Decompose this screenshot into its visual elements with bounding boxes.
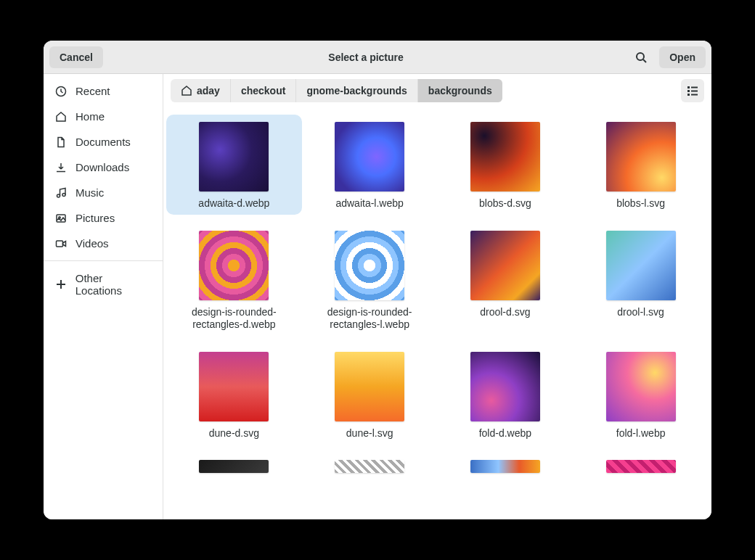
file-item[interactable]: dune-l.svg [302, 345, 438, 445]
window-title: Select a picture [109, 52, 623, 63]
file-label: dune-l.svg [346, 427, 393, 440]
file-thumbnail [335, 352, 404, 421]
file-item[interactable]: design-is-rounded-rectangles-d.webp [166, 223, 302, 336]
svg-rect-11 [691, 87, 698, 88]
file-item[interactable]: fold-l.webp [573, 345, 709, 445]
file-item[interactable]: drool-l.svg [573, 223, 709, 336]
file-item[interactable]: blobs-l.svg [573, 115, 709, 215]
file-thumbnail [335, 231, 404, 300]
open-button[interactable]: Open [659, 46, 706, 68]
svg-rect-12 [687, 90, 690, 92]
file-item[interactable]: blobs-d.svg [438, 115, 574, 215]
breadcrumb: adaycheckoutgnome-backgroundsbackgrounds [171, 79, 502, 102]
file-thumbnail [335, 460, 404, 473]
file-item[interactable] [438, 453, 574, 477]
svg-rect-7 [57, 241, 63, 247]
file-thumbnail [606, 460, 676, 473]
svg-rect-10 [687, 86, 690, 88]
file-label: drool-l.svg [617, 306, 664, 319]
file-thumbnail [199, 122, 269, 192]
sidebar-item-recent[interactable]: Recent [44, 78, 163, 104]
file-item[interactable]: drool-d.svg [438, 223, 574, 336]
document-icon [55, 136, 67, 148]
file-thumbnail [606, 231, 676, 300]
file-item[interactable] [573, 453, 709, 477]
video-icon [55, 238, 67, 250]
sidebar-item-label: Videos [76, 237, 109, 250]
file-label: adwaita-d.webp [198, 197, 269, 210]
file-item[interactable]: design-is-rounded-rectangles-l.webp [302, 223, 438, 336]
file-item[interactable] [166, 453, 302, 477]
sidebar-item-home[interactable]: Home [44, 104, 163, 129]
sidebar-item-downloads[interactable]: Downloads [44, 155, 163, 180]
file-thumbnail [199, 231, 269, 300]
file-thumbnail [470, 122, 540, 192]
plus-icon [55, 279, 67, 290]
breadcrumb-item[interactable]: gnome-backgrounds [296, 79, 417, 102]
clock-icon [55, 86, 67, 97]
file-thumbnail [470, 352, 540, 421]
svg-point-0 [637, 53, 644, 60]
svg-rect-13 [691, 91, 698, 92]
search-button[interactable] [629, 45, 653, 70]
sidebar-item-documents[interactable]: Documents [44, 129, 163, 155]
file-thumbnail [335, 122, 404, 192]
home-icon [181, 85, 192, 96]
sidebar-item-label: Pictures [76, 212, 115, 224]
file-item[interactable]: dune-d.svg [166, 345, 302, 445]
main-panel: adaycheckoutgnome-backgroundsbackgrounds… [163, 74, 711, 519]
music-icon [55, 187, 67, 199]
sidebar-item-label: Music [76, 186, 104, 199]
breadcrumb-label: aday [197, 85, 220, 96]
file-chooser-window: Cancel Select a picture Open RecentHomeD… [44, 41, 711, 519]
sidebar-item-label: Recent [76, 85, 110, 97]
sidebar-item-label: Downloads [76, 161, 129, 173]
file-grid: adwaita-d.webpadwaita-l.webpblobs-d.svgb… [166, 115, 709, 477]
sidebar-item-label: Home [76, 110, 105, 123]
download-icon [55, 162, 67, 173]
list-view-icon [687, 85, 698, 96]
file-label: design-is-rounded-rectangles-l.webp [319, 306, 420, 332]
sidebar-separator [44, 260, 163, 261]
cancel-button[interactable]: Cancel [49, 46, 103, 68]
file-grid-scroll[interactable]: adwaita-d.webpadwaita-l.webpblobs-d.svgb… [163, 107, 711, 519]
breadcrumb-label: checkout [241, 85, 285, 96]
file-thumbnail [470, 231, 540, 300]
search-icon [635, 52, 647, 63]
sidebar-item-music[interactable]: Music [44, 180, 163, 205]
svg-line-1 [643, 59, 646, 62]
sidebar-item-videos[interactable]: Videos [44, 231, 163, 256]
titlebar: Cancel Select a picture Open [44, 41, 711, 74]
file-item[interactable] [302, 453, 438, 477]
file-item[interactable]: adwaita-d.webp [166, 115, 302, 215]
sidebar-item-label: Documents [76, 136, 131, 148]
file-label: design-is-rounded-rectangles-d.webp [183, 306, 285, 332]
file-item[interactable]: adwaita-l.webp [302, 115, 438, 215]
view-toggle-button[interactable] [681, 79, 704, 102]
sidebar-item-other-locations[interactable]: Other Locations [44, 265, 163, 303]
breadcrumb-item[interactable]: aday [171, 79, 231, 102]
file-label: dune-d.svg [209, 427, 259, 440]
file-label: adwaita-l.webp [335, 197, 403, 210]
path-toolbar: adaycheckoutgnome-backgroundsbackgrounds [163, 74, 711, 107]
file-thumbnail [199, 460, 269, 473]
file-thumbnail [606, 122, 676, 192]
file-item[interactable]: fold-d.webp [438, 345, 574, 445]
file-thumbnail [199, 352, 269, 421]
file-thumbnail [470, 460, 540, 473]
sidebar-item-label: Other Locations [76, 272, 151, 297]
file-label: blobs-l.svg [616, 197, 665, 210]
file-label: fold-d.webp [479, 427, 531, 440]
breadcrumb-item[interactable]: backgrounds [418, 79, 502, 102]
svg-rect-15 [691, 94, 698, 96]
places-sidebar: RecentHomeDocumentsDownloadsMusicPicture… [44, 74, 163, 519]
breadcrumb-label: backgrounds [428, 85, 492, 96]
file-label: fold-l.webp [616, 427, 666, 440]
dialog-body: RecentHomeDocumentsDownloadsMusicPicture… [44, 74, 711, 519]
sidebar-item-pictures[interactable]: Pictures [44, 205, 163, 231]
breadcrumb-item[interactable]: checkout [231, 79, 296, 102]
home-icon [55, 111, 67, 123]
breadcrumb-label: gnome-backgrounds [306, 85, 407, 96]
picture-icon [55, 213, 67, 224]
svg-rect-14 [687, 94, 690, 96]
